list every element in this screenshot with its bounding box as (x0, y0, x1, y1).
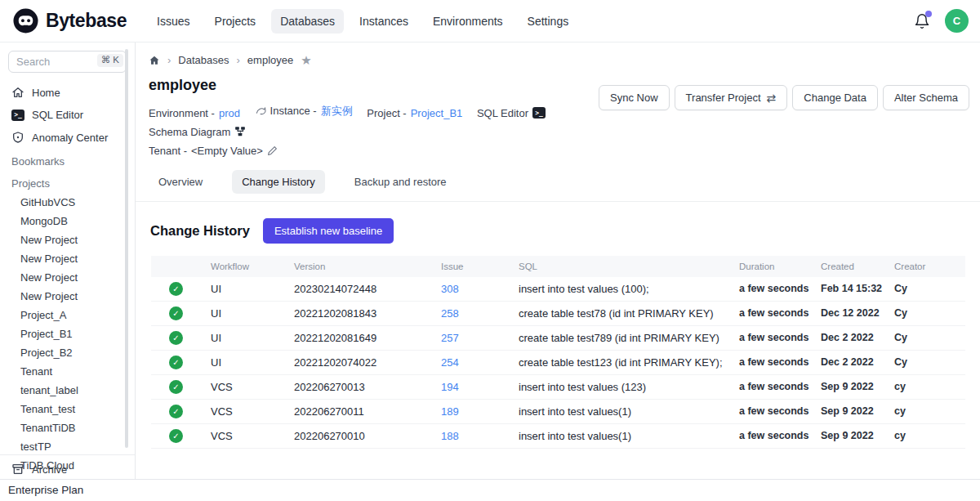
sidebar-scrollbar[interactable] (125, 49, 128, 448)
nav-item-environments[interactable]: Environments (424, 9, 512, 34)
workflow-cell: VCS (201, 430, 284, 442)
nav-item-instances[interactable]: Instances (350, 9, 417, 34)
section-title: Change History (150, 223, 250, 239)
alter-schema-button[interactable]: Alter Schema (883, 85, 969, 110)
project-link[interactable]: Project_B1 (411, 104, 463, 123)
keyboard-shortcut-badge: ⌘ K (97, 54, 123, 67)
sidebar-project-project-a[interactable]: Project_A (0, 306, 135, 324)
table-row[interactable]: ✓UI20221202081843258create table test78 … (151, 302, 965, 326)
projects-section-title: Projects (0, 171, 135, 193)
issue-link[interactable]: 308 (441, 283, 459, 295)
sidebar-item-home[interactable]: Home (0, 81, 135, 104)
plan-footer: Enterprise Plan (0, 479, 980, 501)
sync-now-button[interactable]: Sync Now (599, 85, 670, 110)
schema-diagram-icon (234, 126, 246, 137)
sidebar-project-new-project[interactable]: New Project (0, 287, 135, 306)
sidebar-project-githubvcs[interactable]: GitHubVCS (0, 193, 135, 212)
issue-link[interactable]: 188 (441, 430, 459, 442)
issue-link[interactable]: 194 (441, 381, 459, 393)
table-row[interactable]: ✓VCS202206270010188insert into test valu… (151, 424, 965, 449)
col-header-workflow: Workflow (201, 262, 284, 271)
workflow-cell: UI (201, 307, 284, 320)
sidebar-project-project-b1[interactable]: Project_B1 (0, 324, 135, 343)
tab-change-history[interactable]: Change History (232, 170, 325, 194)
nav-item-issues[interactable]: Issues (148, 9, 198, 34)
establish-baseline-button[interactable]: Establish new baseline (263, 218, 394, 244)
edit-pencil-icon[interactable] (267, 145, 278, 156)
sidebar-project-mongodb[interactable]: MongoDB (0, 212, 135, 230)
duration-cell: a few seconds (729, 430, 811, 441)
sidebar-project-new-project[interactable]: New Project (0, 230, 135, 249)
table-row[interactable]: ✓UI20221202081649257create table test789… (151, 326, 965, 351)
sql-cell: create table test123 (id int PRIMARY KEY… (509, 356, 729, 369)
top-navigation-bar: Bytebase IssuesProjectsDatabasesInstance… (0, 0, 980, 42)
created-cell: Dec 2 2022 (811, 332, 884, 343)
issue-link[interactable]: 258 (441, 307, 459, 320)
issue-cell: 257 (431, 332, 509, 344)
change-data-button[interactable]: Change Data (792, 85, 878, 110)
creator-cell: Cy (884, 356, 965, 368)
creator-cell: cy (884, 405, 965, 417)
notifications-button[interactable] (914, 13, 930, 29)
issue-link[interactable]: 189 (441, 405, 459, 418)
mysql-dolphin-icon (255, 105, 266, 117)
sql-cell: create table test789 (id int PRIMARY KEY… (509, 332, 729, 344)
workflow-cell: UI (201, 356, 284, 369)
bookmark-star-icon[interactable]: ★ (301, 54, 311, 66)
main-content: › Databases › employee ★ employee Enviro… (136, 42, 980, 484)
version-cell: 20221202081649 (284, 332, 431, 344)
bookmarks-section-title: Bookmarks (0, 149, 135, 171)
version-cell: 202206270013 (284, 381, 431, 393)
sidebar-item-label: Anomaly Center (32, 132, 108, 144)
issue-cell: 308 (431, 283, 509, 295)
col-header-version: Version (284, 262, 431, 271)
sidebar-project-tenanttidb[interactable]: TenantTiDB (0, 418, 135, 437)
table-row[interactable]: ✓VCS202206270011189insert into test valu… (151, 400, 965, 424)
sidebar-project-testtp[interactable]: testTP (0, 437, 135, 456)
sidebar-project-tenant[interactable]: Tenant (0, 362, 135, 381)
status-cell: ✓ (151, 405, 201, 418)
sidebar-project-new-project[interactable]: New Project (0, 249, 135, 268)
table-row[interactable]: ✓UI20230214072448308insert into test val… (151, 277, 965, 302)
col-header-duration: Duration (729, 262, 811, 271)
instance-link[interactable]: 新实例 (321, 101, 353, 120)
col-header-creator: Creator (884, 262, 965, 271)
status-cell: ✓ (151, 356, 201, 369)
sidebar-item-label: Home (32, 87, 60, 99)
tab-overview[interactable]: Overview (149, 170, 212, 194)
transfer-project-button[interactable]: Transfer Project⇄ (675, 85, 788, 110)
sidebar-project-tenant-label[interactable]: tenant_label (0, 381, 135, 400)
change-history-table: WorkflowVersionIssueSQLDurationCreatedCr… (151, 256, 965, 449)
issue-link[interactable]: 257 (441, 332, 459, 344)
nav-item-settings[interactable]: Settings (519, 9, 578, 34)
nav-item-databases[interactable]: Databases (271, 9, 344, 34)
database-meta: Environment - prod Instance - 新实例 Projec… (149, 101, 639, 160)
bytebase-logo[interactable]: Bytebase (13, 8, 127, 34)
issue-link[interactable]: 254 (441, 356, 459, 369)
workflow-cell: UI (201, 332, 284, 344)
sidebar-item-anomaly-center[interactable]: Anomaly Center (0, 126, 135, 149)
sidebar-project-project-b2[interactable]: Project_B2 (0, 343, 135, 362)
user-avatar[interactable]: C (945, 9, 969, 33)
status-cell: ✓ (151, 282, 201, 296)
tab-backup-and-restore[interactable]: Backup and restore (345, 170, 457, 194)
sidebar-item-sql-editor[interactable]: >_ SQL Editor (0, 104, 135, 126)
created-cell: Feb 14 15:32 (811, 283, 884, 294)
issue-cell: 254 (431, 356, 509, 369)
table-row[interactable]: ✓VCS202206270013194insert into test valu… (151, 375, 965, 400)
schema-diagram-shortcut[interactable]: Schema Diagram (149, 123, 246, 141)
sql-editor-shortcut[interactable]: SQL Editor >_ (477, 104, 546, 123)
environment-label: Environment - (149, 104, 215, 123)
sidebar-item-archive[interactable]: Archive (0, 454, 135, 481)
archive-icon (11, 463, 24, 476)
sidebar-project-new-project[interactable]: New Project (0, 268, 135, 287)
issue-cell: 194 (431, 381, 509, 393)
breadcrumb-databases[interactable]: Databases (178, 54, 229, 66)
sidebar-project-tenant-test[interactable]: Tenant_test (0, 400, 135, 418)
tenant-label: Tenant - (149, 141, 187, 160)
home-breadcrumb-icon[interactable] (149, 55, 160, 66)
environment-link[interactable]: prod (219, 104, 240, 123)
nav-item-projects[interactable]: Projects (206, 9, 265, 34)
table-row[interactable]: ✓UI20221202074022254create table test123… (151, 351, 965, 375)
col-header-sql: SQL (509, 262, 729, 271)
